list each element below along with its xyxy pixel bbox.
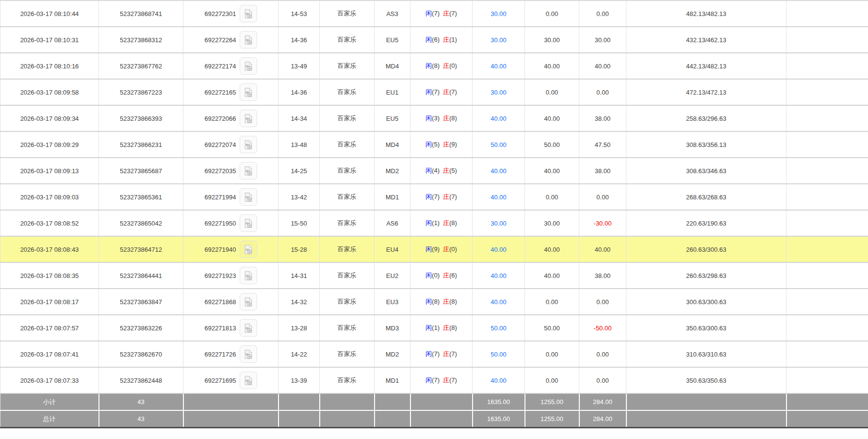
win-loss-amount: 40.00 xyxy=(595,63,611,70)
video-replay-icon xyxy=(243,218,254,229)
banker-label: 庄 xyxy=(443,324,449,331)
subtotal-label: 小计 xyxy=(0,393,99,410)
banker-label: 庄 xyxy=(443,141,449,148)
cell-balance: 308.63/346.63 xyxy=(626,158,786,184)
table-id: MD4 xyxy=(386,141,399,148)
banker-label: 庄 xyxy=(443,272,449,279)
video-replay-button[interactable] xyxy=(240,214,257,232)
balance-before-after: 260.63/298.63 xyxy=(686,272,726,279)
cell-shoe-round: 15-28 xyxy=(278,236,320,262)
cell-balance: 350.63/300.63 xyxy=(626,315,786,341)
table-row[interactable]: 2026-03-17 08:07:33 523273862448 6922716… xyxy=(0,367,868,393)
video-replay-button[interactable] xyxy=(240,241,257,258)
cell-game-type: 百家乐 xyxy=(320,315,375,341)
video-replay-button[interactable] xyxy=(240,162,257,179)
cell-shoe-round: 13-39 xyxy=(278,367,320,393)
player-label: 闲 xyxy=(426,114,432,122)
game-type: 百家乐 xyxy=(338,219,357,227)
banker-points: (8) xyxy=(449,298,457,305)
cell-bet-amount: 30.00 xyxy=(473,27,525,53)
cell-round-number: 692272066 xyxy=(183,105,278,131)
round-number-group: 692271940 xyxy=(183,241,278,258)
video-replay-button[interactable] xyxy=(240,319,257,337)
cell-valid-amount: 0.00 xyxy=(525,289,579,315)
cell-round-number: 692271950 xyxy=(183,210,278,236)
video-replay-button[interactable] xyxy=(240,5,257,22)
bet-number: 523273862670 xyxy=(120,351,162,358)
table-row[interactable]: 2026-03-17 08:09:03 523273865361 6922719… xyxy=(0,184,868,210)
win-loss-amount: 0.00 xyxy=(596,194,608,201)
shoe-round: 15-50 xyxy=(291,220,307,227)
table-row[interactable]: 2026-03-17 08:10:31 523273868312 6922722… xyxy=(0,27,868,53)
cell-bet-amount: 30.00 xyxy=(473,79,525,105)
cell-extra xyxy=(786,184,868,210)
bet-time: 2026-03-17 08:08:52 xyxy=(20,220,79,227)
video-replay-icon xyxy=(243,323,254,334)
video-replay-button[interactable] xyxy=(240,110,257,127)
video-replay-button[interactable] xyxy=(240,31,257,49)
subtotal-empty xyxy=(320,393,375,410)
table-row[interactable]: 2026-03-17 08:07:57 523273863226 6922718… xyxy=(0,315,868,341)
bet-time: 2026-03-17 08:10:16 xyxy=(20,63,79,70)
video-replay-button[interactable] xyxy=(240,345,257,363)
bet-time: 2026-03-17 08:08:43 xyxy=(20,246,79,253)
table-id: EU4 xyxy=(386,246,398,253)
cell-extra xyxy=(786,262,868,289)
round-number: 692272035 xyxy=(204,167,236,175)
bet-amount: 30.00 xyxy=(491,89,507,96)
banker-label: 庄 xyxy=(443,298,449,305)
cell-result: 闲(5)庄(9) xyxy=(410,131,473,158)
bet-amount: 40.00 xyxy=(491,272,507,279)
player-points: (7) xyxy=(432,193,440,200)
video-replay-button[interactable] xyxy=(240,188,257,206)
table-row[interactable]: 2026-03-17 08:08:52 523273865042 6922719… xyxy=(0,210,868,236)
balance-before-after: 308.63/356.13 xyxy=(686,141,726,148)
video-replay-button[interactable] xyxy=(240,267,257,284)
bet-amount: 50.00 xyxy=(491,325,507,332)
table-row[interactable]: 2026-03-17 08:10:16 523273867762 6922721… xyxy=(0,53,868,79)
cell-result: 闲(7)庄(7) xyxy=(410,341,473,367)
cell-bet-number: 523273863847 xyxy=(99,289,183,315)
video-replay-button[interactable] xyxy=(240,136,257,153)
table-row[interactable]: 2026-03-17 08:07:41 523273862670 6922717… xyxy=(0,341,868,367)
bet-number: 523273863226 xyxy=(120,325,162,332)
table-row[interactable]: 2026-03-17 08:08:43 523273864712 6922719… xyxy=(0,236,868,262)
cell-bet-number: 523273866231 xyxy=(99,131,183,158)
table-row[interactable]: 2026-03-17 08:08:17 523273863847 6922718… xyxy=(0,289,868,315)
video-replay-button[interactable] xyxy=(240,293,257,310)
cell-game-type: 百家乐 xyxy=(320,79,375,105)
video-replay-button[interactable] xyxy=(240,83,257,101)
cell-bet-amount: 40.00 xyxy=(473,53,525,79)
bet-time: 2026-03-17 08:09:34 xyxy=(20,115,79,122)
bet-time: 2026-03-17 08:09:29 xyxy=(20,141,79,148)
table-row[interactable]: 2026-03-17 08:09:13 523273865687 6922720… xyxy=(0,158,868,184)
cell-game-type: 百家乐 xyxy=(320,0,375,27)
cell-shoe-round: 13-48 xyxy=(278,131,320,158)
round-number-group: 692272264 xyxy=(183,31,278,49)
cell-valid-amount: 40.00 xyxy=(525,158,579,184)
cell-extra xyxy=(786,210,868,236)
video-replay-button[interactable] xyxy=(240,57,257,75)
round-number-group: 692271994 xyxy=(183,188,278,206)
table-row[interactable]: 2026-03-17 08:09:29 523273866231 6922720… xyxy=(0,131,868,158)
round-number-group: 692271813 xyxy=(183,319,278,337)
cell-bet-amount: 30.00 xyxy=(473,210,525,236)
video-replay-button[interactable] xyxy=(240,372,257,389)
total-row: 总计 43 1635.00 1255.00 284.00 xyxy=(0,410,868,428)
table-row[interactable]: 2026-03-17 08:08:35 523273864441 6922719… xyxy=(0,262,868,289)
cell-valid-amount: 30.00 xyxy=(525,27,579,53)
balance-before-after: 432.13/462.13 xyxy=(686,36,726,44)
total-empty xyxy=(626,410,786,428)
table-row[interactable]: 2026-03-17 08:09:58 523273867223 6922721… xyxy=(0,79,868,105)
table-id: MD4 xyxy=(386,63,399,70)
table-row[interactable]: 2026-03-17 08:09:34 523273866393 6922720… xyxy=(0,105,868,131)
cell-valid-amount: 0.00 xyxy=(525,79,579,105)
cell-win-loss: 38.00 xyxy=(579,158,626,184)
table-id: MD2 xyxy=(386,351,399,358)
cell-bet-number: 523273867223 xyxy=(99,79,183,105)
round-number-group: 692271695 xyxy=(183,372,278,389)
banker-points: (5) xyxy=(449,167,457,174)
cell-balance: 258.63/296.63 xyxy=(626,105,786,131)
balance-before-after: 482.13/482.13 xyxy=(686,10,726,17)
table-row[interactable]: 2026-03-17 08:10:44 523273868741 6922723… xyxy=(0,0,868,27)
